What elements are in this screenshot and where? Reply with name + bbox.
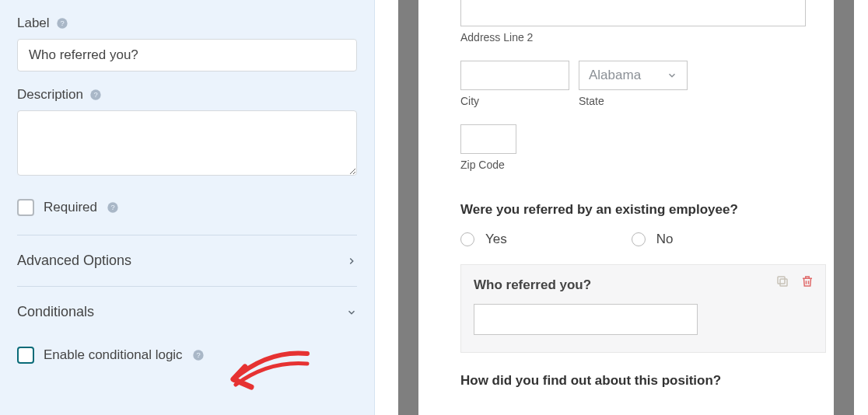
address-line-2-input[interactable] — [460, 0, 806, 26]
city-input[interactable] — [460, 61, 569, 90]
state-label: State — [579, 95, 688, 107]
divider-bar — [398, 0, 418, 415]
state-value: Alabama — [589, 68, 641, 83]
advanced-options-toggle[interactable]: Advanced Options — [17, 235, 357, 286]
chevron-down-icon — [667, 70, 677, 81]
description-title-row: Description ? — [17, 87, 357, 103]
svg-rect-8 — [780, 279, 787, 286]
svg-text:?: ? — [93, 91, 97, 99]
label-input[interactable] — [17, 39, 357, 71]
chevron-down-icon — [346, 307, 357, 318]
zip-input[interactable] — [460, 124, 516, 154]
trash-icon[interactable] — [800, 274, 814, 291]
required-checkbox[interactable] — [17, 199, 34, 216]
svg-rect-9 — [778, 277, 785, 284]
duplicate-icon[interactable] — [775, 274, 789, 291]
required-label: Required — [44, 200, 97, 215]
enable-conditional-label: Enable conditional logic — [44, 347, 183, 363]
right-divider-bar — [834, 0, 854, 415]
radio-icon — [460, 232, 474, 246]
enable-conditional-checkbox[interactable] — [17, 347, 34, 364]
address-line-2-label: Address Line 2 — [460, 31, 845, 44]
who-referred-title: Who referred you? — [474, 277, 813, 293]
svg-text:?: ? — [60, 19, 64, 27]
who-referred-input[interactable] — [474, 304, 698, 335]
help-icon[interactable]: ? — [192, 349, 205, 361]
chevron-right-icon — [346, 256, 357, 267]
state-select[interactable]: Alabama — [579, 61, 688, 90]
radio-no[interactable]: No — [632, 232, 674, 247]
no-label: No — [656, 232, 674, 247]
label-title-row: Label ? — [17, 16, 357, 31]
radio-yes[interactable]: Yes — [460, 232, 507, 247]
gutter — [375, 0, 398, 415]
yes-label: Yes — [485, 232, 507, 247]
help-icon[interactable]: ? — [107, 201, 119, 214]
description-title: Description — [17, 87, 83, 103]
help-icon[interactable]: ? — [89, 89, 102, 101]
help-icon[interactable]: ? — [56, 17, 68, 30]
form-preview: Address Line 2 City Alabama State Zip Co… — [418, 0, 845, 415]
city-label: City — [460, 95, 569, 107]
conditionals-toggle[interactable]: Conditionals — [17, 287, 357, 337]
conditionals-label: Conditionals — [17, 304, 94, 320]
required-row[interactable]: Required ? — [17, 194, 357, 221]
label-field-group: Label ? — [17, 16, 357, 71]
advanced-options-label: Advanced Options — [17, 253, 131, 269]
description-field-group: Description ? — [17, 87, 357, 179]
selected-field-card[interactable]: Who referred you? — [460, 264, 826, 353]
field-options-sidebar: Label ? Description ? Required ? Advance… — [0, 0, 375, 415]
referred-question: Were you referred by an existing employe… — [460, 202, 845, 218]
label-title: Label — [17, 16, 50, 31]
svg-text:?: ? — [110, 204, 114, 211]
zip-label: Zip Code — [460, 159, 845, 171]
radio-icon — [632, 232, 646, 246]
description-textarea[interactable] — [17, 110, 357, 176]
svg-text:?: ? — [196, 351, 200, 359]
enable-conditional-row[interactable]: Enable conditional logic ? — [17, 342, 357, 368]
how-find-question: How did you find out about this position… — [460, 373, 845, 389]
